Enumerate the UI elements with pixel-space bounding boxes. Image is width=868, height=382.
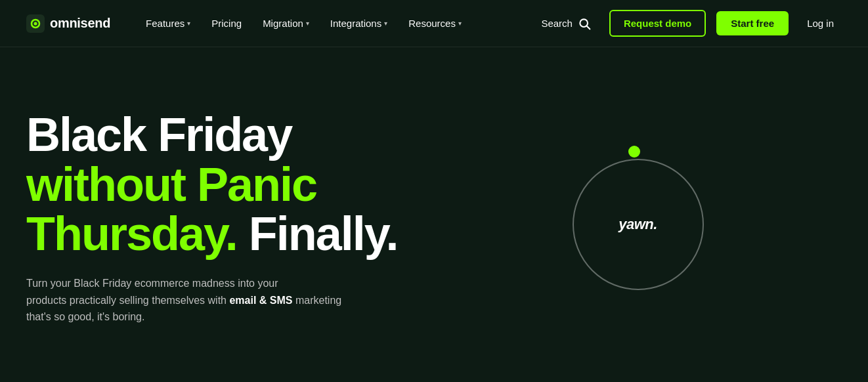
logo-text: omnisend <box>50 16 110 31</box>
hero-section: Black Friday without Panic Thursday. Fin… <box>0 47 868 382</box>
nav-right: Search Request demo Start free Log in <box>533 10 842 37</box>
nav-item-resources[interactable]: Resources ▾ <box>399 12 471 34</box>
chevron-down-icon: ▾ <box>187 20 190 27</box>
headline-line3-white: Finally. <box>237 207 398 260</box>
hero-subtext: Turn your Black Friday ecommerce madness… <box>26 275 355 326</box>
search-icon <box>578 17 591 30</box>
headline-line2: without Panic <box>26 158 316 211</box>
nav-item-integrations[interactable]: Integrations ▾ <box>321 12 397 34</box>
nav-items: Features ▾ Pricing Migration ▾ Integrati… <box>137 12 533 34</box>
headline-line1: Black Friday <box>26 108 292 161</box>
nav-item-pricing[interactable]: Pricing <box>202 12 251 34</box>
logo[interactable]: omnisend <box>26 14 110 33</box>
yawn-circle: yawn. <box>573 159 704 290</box>
login-button[interactable]: Log in <box>799 12 842 34</box>
hero-text-area: Black Friday without Panic Thursday. Fin… <box>26 110 434 326</box>
chevron-down-icon: ▾ <box>384 20 387 27</box>
yawn-dot <box>628 146 640 158</box>
yawn-text: yawn. <box>618 216 657 233</box>
hero-visual-area: yawn. <box>434 146 842 290</box>
chevron-down-icon: ▾ <box>458 20 462 27</box>
yawn-illustration: yawn. <box>566 146 710 290</box>
navbar: omnisend Features ▾ Pricing Migration ▾ … <box>0 0 868 47</box>
headline-line3-green: Thursday. <box>26 207 237 260</box>
request-demo-button[interactable]: Request demo <box>609 10 706 37</box>
chevron-down-icon: ▾ <box>306 20 309 27</box>
omnisend-logo-icon <box>26 14 45 33</box>
hero-headline: Black Friday without Panic Thursday. Fin… <box>26 110 434 259</box>
start-free-button[interactable]: Start free <box>716 11 789 35</box>
nav-item-migration[interactable]: Migration ▾ <box>253 12 318 34</box>
nav-item-features[interactable]: Features ▾ <box>137 12 200 34</box>
search-button[interactable]: Search <box>533 12 599 35</box>
svg-line-3 <box>587 26 590 29</box>
svg-point-1 <box>34 22 37 25</box>
